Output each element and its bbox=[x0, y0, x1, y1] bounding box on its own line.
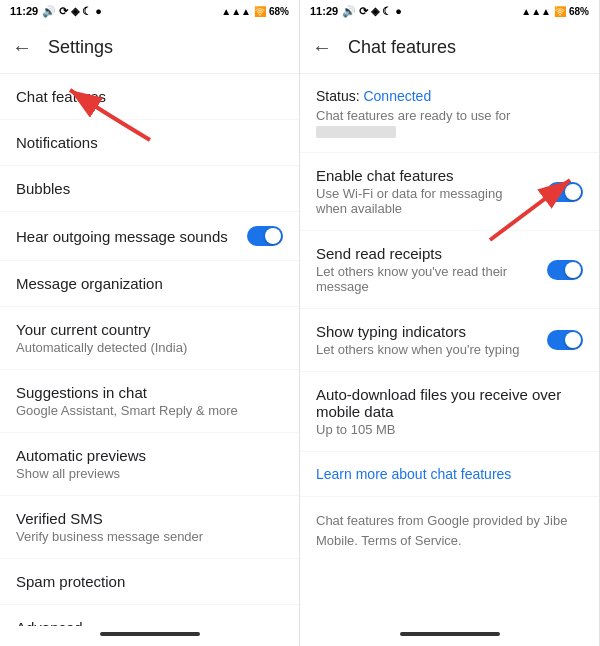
chat-feature-download[interactable]: Auto-download files you receive over mob… bbox=[300, 372, 599, 452]
footer-text: Chat features from Google provided by Ji… bbox=[300, 497, 599, 564]
settings-item-bubbles[interactable]: Bubbles bbox=[0, 166, 299, 212]
spam-title: Spam protection bbox=[16, 573, 125, 590]
send-read-sub: Let others know you've read their messag… bbox=[316, 264, 537, 294]
left-page-title: Settings bbox=[48, 37, 113, 58]
status-time-left: 11:29 🔊 ⟳ ◈ ☾ ● bbox=[10, 5, 102, 18]
left-back-button[interactable]: ← bbox=[12, 36, 32, 59]
nav-line-right bbox=[400, 632, 500, 636]
right-back-button[interactable]: ← bbox=[312, 36, 332, 59]
message-org-title: Message organization bbox=[16, 275, 163, 292]
chat-features-title: Chat features bbox=[16, 88, 106, 105]
wifi-left: 🛜 bbox=[254, 6, 266, 17]
signal-left: ▲▲▲ bbox=[221, 6, 251, 17]
settings-item-notifications[interactable]: Notifications bbox=[0, 120, 299, 166]
send-read-title: Send read receipts bbox=[316, 245, 537, 262]
right-panel-content: Status: Connected Chat features are read… bbox=[300, 74, 599, 626]
left-bottom-indicator bbox=[0, 626, 299, 646]
download-title: Auto-download files you receive over mob… bbox=[316, 386, 573, 420]
settings-item-suggestions[interactable]: Suggestions in chat Google Assistant, Sm… bbox=[0, 370, 299, 433]
status-right-left: ▲▲▲ 🛜 68% bbox=[221, 6, 289, 17]
hear-outgoing-toggle[interactable] bbox=[247, 226, 283, 246]
time-left: 11:29 bbox=[10, 5, 38, 17]
right-panel: 11:29 🔊 ⟳ ◈ ☾ ● ▲▲▲ 🛜 68% ← Chat feature… bbox=[300, 0, 600, 646]
right-panel-wrapper: 11:29 🔊 ⟳ ◈ ☾ ● ▲▲▲ 🛜 68% ← Chat feature… bbox=[300, 0, 600, 646]
country-sub: Automatically detected (India) bbox=[16, 340, 187, 355]
enable-chat-title: Enable chat features bbox=[316, 167, 537, 184]
battery-right: 68% bbox=[569, 6, 589, 17]
enable-chat-toggle[interactable] bbox=[547, 182, 583, 202]
time-right: 11:29 bbox=[310, 5, 338, 17]
icons-left: 🔊 ⟳ ◈ ☾ ● bbox=[42, 5, 102, 18]
wifi-right: 🛜 bbox=[554, 6, 566, 17]
status-placeholder bbox=[316, 126, 396, 138]
verified-sms-sub: Verify business message sender bbox=[16, 529, 203, 544]
advanced-title: Advanced bbox=[16, 619, 83, 626]
chat-feature-read[interactable]: Send read receipts Let others know you'v… bbox=[300, 231, 599, 309]
settings-list: Chat features Notifications Bubbles Hear… bbox=[0, 74, 299, 626]
chat-feature-enable[interactable]: Enable chat features Use Wi-Fi or data f… bbox=[300, 153, 599, 231]
settings-item-message-org[interactable]: Message organization bbox=[0, 261, 299, 307]
battery-left: 68% bbox=[269, 6, 289, 17]
right-page-title: Chat features bbox=[348, 37, 456, 58]
status-description: Chat features are ready to use for bbox=[316, 108, 583, 138]
left-top-bar: ← Settings bbox=[0, 22, 299, 74]
status-right-right: ▲▲▲ 🛜 68% bbox=[521, 6, 589, 17]
typing-title: Show typing indicators bbox=[316, 323, 537, 340]
status-label: Status: bbox=[316, 88, 363, 104]
learn-more-link[interactable]: Learn more about chat features bbox=[300, 452, 599, 497]
right-status-bar: 11:29 🔊 ⟳ ◈ ☾ ● ▲▲▲ 🛜 68% bbox=[300, 0, 599, 22]
settings-item-advanced[interactable]: Advanced bbox=[0, 605, 299, 626]
left-panel-wrapper: 11:29 🔊 ⟳ ◈ ☾ ● ▲▲▲ 🛜 68% ← Settings Cha… bbox=[0, 0, 300, 646]
typing-sub: Let others know when you're typing bbox=[316, 342, 537, 357]
bubbles-title: Bubbles bbox=[16, 180, 70, 197]
suggestions-sub: Google Assistant, Smart Reply & more bbox=[16, 403, 238, 418]
settings-item-spam[interactable]: Spam protection bbox=[0, 559, 299, 605]
country-title: Your current country bbox=[16, 321, 187, 338]
left-status-bar: 11:29 🔊 ⟳ ◈ ☾ ● ▲▲▲ 🛜 68% bbox=[0, 0, 299, 22]
settings-item-chat-features[interactable]: Chat features bbox=[0, 74, 299, 120]
status-line: Status: Connected bbox=[316, 88, 583, 104]
footer-content: Chat features from Google provided by Ji… bbox=[316, 513, 567, 548]
chat-feature-typing[interactable]: Show typing indicators Let others know w… bbox=[300, 309, 599, 372]
status-connected-value: Connected bbox=[363, 88, 431, 104]
signal-right: ▲▲▲ bbox=[521, 6, 551, 17]
enable-chat-sub: Use Wi-Fi or data for messaging when ava… bbox=[316, 186, 537, 216]
notifications-title: Notifications bbox=[16, 134, 98, 151]
auto-previews-title: Automatic previews bbox=[16, 447, 146, 464]
icons-right: 🔊 ⟳ ◈ ☾ ● bbox=[342, 5, 402, 18]
status-section: Status: Connected Chat features are read… bbox=[300, 74, 599, 153]
status-time-right: 11:29 🔊 ⟳ ◈ ☾ ● bbox=[310, 5, 402, 18]
settings-item-country[interactable]: Your current country Automatically detec… bbox=[0, 307, 299, 370]
right-top-bar: ← Chat features bbox=[300, 22, 599, 74]
nav-line-left bbox=[100, 632, 200, 636]
learn-more-text: Learn more about chat features bbox=[316, 466, 511, 482]
hear-outgoing-title: Hear outgoing message sounds bbox=[16, 228, 228, 245]
download-sub: Up to 105 MB bbox=[316, 422, 573, 437]
settings-item-auto-previews[interactable]: Automatic previews Show all previews bbox=[0, 433, 299, 496]
suggestions-title: Suggestions in chat bbox=[16, 384, 238, 401]
verified-sms-title: Verified SMS bbox=[16, 510, 203, 527]
right-bottom-indicator bbox=[300, 626, 599, 646]
left-panel: 11:29 🔊 ⟳ ◈ ☾ ● ▲▲▲ 🛜 68% ← Settings Cha… bbox=[0, 0, 300, 646]
typing-toggle[interactable] bbox=[547, 330, 583, 350]
send-read-toggle[interactable] bbox=[547, 260, 583, 280]
settings-item-hear-outgoing[interactable]: Hear outgoing message sounds bbox=[0, 212, 299, 261]
settings-item-verified-sms[interactable]: Verified SMS Verify business message sen… bbox=[0, 496, 299, 559]
auto-previews-sub: Show all previews bbox=[16, 466, 146, 481]
